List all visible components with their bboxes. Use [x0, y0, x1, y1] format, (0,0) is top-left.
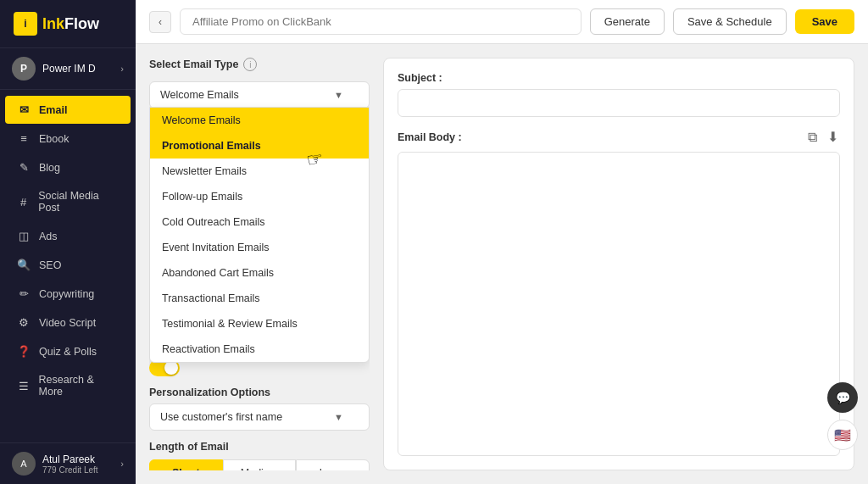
- save-schedule-button[interactable]: Save & Schedule: [673, 8, 787, 35]
- bottom-avatar: A: [12, 452, 36, 476]
- sidebar-item-ads[interactable]: ◫ Ads: [5, 222, 131, 250]
- email-type-dropdown-trigger[interactable]: Welcome Emails ▼: [149, 81, 370, 108]
- sidebar-item-ebook[interactable]: ≡ Ebook: [5, 125, 131, 153]
- sidebar-item-label: Copywriting: [39, 288, 94, 300]
- subject-label: Subject :: [398, 72, 840, 84]
- flag-button[interactable]: 🇺🇸: [827, 420, 858, 450]
- personalization-dropdown[interactable]: Use customer's first name ▼: [149, 403, 370, 431]
- quiz-icon: ❓: [17, 345, 31, 358]
- left-panel: Select Email Type i Welcome Emails ▼ Wel…: [149, 58, 370, 470]
- personalization-section: Personalization Options Use customer's f…: [149, 387, 370, 431]
- sidebar-item-label: Social Media Post: [38, 190, 119, 214]
- sidebar-item-copywriting[interactable]: ✏ Copywriting: [5, 280, 131, 308]
- email-type-value: Welcome Emails: [160, 89, 239, 101]
- bottom-chevron-icon: ›: [120, 459, 124, 469]
- right-panel: Subject : Email Body : ⧉ ⬇: [383, 58, 854, 470]
- email-type-label: Select Email Type: [149, 58, 238, 70]
- length-short-button[interactable]: Short: [149, 459, 223, 470]
- content-area: Select Email Type i Welcome Emails ▼ Wel…: [136, 44, 868, 484]
- subject-section: Subject :: [398, 72, 840, 117]
- blog-icon: ✎: [17, 161, 31, 174]
- download-button[interactable]: ⬇: [826, 127, 840, 147]
- dropdown-item-cold[interactable]: Cold Outreach Emails: [150, 209, 369, 235]
- email-type-dropdown: Welcome Emails Promotional Emails Newsle…: [149, 107, 370, 363]
- bottom-user-info: Atul Pareek 779 Credit Left: [42, 453, 114, 475]
- logo-area: i InkFlow: [0, 0, 136, 48]
- body-textarea[interactable]: [398, 152, 840, 456]
- chevron-right-icon: ›: [120, 64, 124, 74]
- ebook-icon: ≡: [17, 132, 31, 145]
- email-icon: ✉: [17, 103, 31, 116]
- sidebar-item-label: Ads: [39, 231, 58, 242]
- video-icon: ⚙: [17, 316, 31, 329]
- research-icon: ☰: [17, 380, 31, 392]
- length-section: Length of Email Short Medium Large: [149, 441, 370, 470]
- sidebar-item-label: Ebook: [39, 133, 69, 145]
- info-icon[interactable]: i: [243, 58, 257, 71]
- dropdown-item-abandoned[interactable]: Abandoned Cart Emails: [150, 260, 369, 286]
- avatar: P: [12, 57, 36, 81]
- main-area: ‹ Generate Save & Schedule Save Select E…: [136, 0, 868, 484]
- dropdown-item-newsletter[interactable]: Newsletter Emails: [150, 159, 369, 184]
- sidebar-nav: ✉ Email ≡ Ebook ✎ Blog # Social Media Po…: [0, 90, 136, 442]
- user-name: Power IM D: [42, 63, 114, 75]
- topbar: ‹ Generate Save & Schedule Save: [136, 0, 868, 44]
- collapse-button[interactable]: ‹: [149, 11, 171, 33]
- sidebar-item-blog[interactable]: ✎ Blog: [5, 153, 131, 181]
- bottom-user-name: Atul Pareek: [42, 453, 114, 465]
- dropdown-item-transactional[interactable]: Transactional Emails: [150, 286, 369, 311]
- copy-button[interactable]: ⧉: [806, 127, 819, 147]
- length-buttons: Short Medium Large: [149, 459, 370, 470]
- social-icon: #: [17, 196, 30, 209]
- personalization-label: Personalization Options: [149, 387, 370, 398]
- body-label: Email Body :: [398, 131, 462, 143]
- dropdown-arrow-icon: ▼: [334, 90, 343, 100]
- length-large-button[interactable]: Large: [296, 459, 370, 470]
- project-input[interactable]: [180, 8, 581, 35]
- sidebar-bottom-user[interactable]: A Atul Pareek 779 Credit Left ›: [0, 442, 136, 484]
- sidebar-item-quiz[interactable]: ❓ Quiz & Polls: [5, 337, 131, 365]
- personalization-select-wrapper: Use customer's first name ▼: [149, 403, 370, 431]
- sidebar-item-label: SEO: [39, 259, 61, 271]
- dropdown-item-followup[interactable]: Follow-up Emails: [150, 184, 369, 209]
- personalization-value: Use customer's first name: [160, 411, 282, 423]
- body-section: Email Body : ⧉ ⬇: [398, 127, 840, 456]
- sidebar-item-label: Research & More: [39, 374, 119, 398]
- body-header: Email Body : ⧉ ⬇: [398, 127, 840, 147]
- dropdown-item-welcome[interactable]: Welcome Emails: [150, 108, 369, 133]
- sidebar-item-research[interactable]: ☰ Research & More: [5, 366, 131, 405]
- dropdown-item-promotional[interactable]: Promotional Emails: [150, 133, 369, 159]
- sidebar-item-social[interactable]: # Social Media Post: [5, 182, 131, 221]
- sidebar-item-label: Video Script: [39, 317, 96, 329]
- personalization-arrow-icon: ▼: [334, 412, 343, 422]
- floating-buttons: 💬 🇺🇸: [827, 382, 858, 450]
- dropdown-item-reactivation[interactable]: Reactivation Emails: [150, 337, 369, 362]
- sidebar-item-label: Email: [39, 104, 67, 116]
- sidebar-user[interactable]: P Power IM D ›: [0, 48, 136, 90]
- sidebar: i InkFlow P Power IM D › ✉ Email ≡ Ebook…: [0, 0, 136, 484]
- save-button[interactable]: Save: [795, 9, 854, 34]
- dropdown-item-event[interactable]: Event Invitation Emails: [150, 235, 369, 260]
- logo-icon: i: [14, 12, 37, 36]
- dropdown-item-testimonial[interactable]: Testimonial & Review Emails: [150, 311, 369, 337]
- email-type-select-wrapper: Welcome Emails ▼ Welcome Emails Promotio…: [149, 81, 370, 108]
- sidebar-item-email[interactable]: ✉ Email: [5, 96, 131, 124]
- sidebar-item-video[interactable]: ⚙ Video Script: [5, 309, 131, 337]
- bottom-credits: 779 Credit Left: [42, 465, 114, 475]
- body-actions: ⧉ ⬇: [806, 127, 840, 147]
- sidebar-item-seo[interactable]: 🔍 SEO: [5, 251, 131, 279]
- generate-button[interactable]: Generate: [590, 8, 665, 35]
- subject-input[interactable]: [398, 89, 840, 117]
- sidebar-item-label: Blog: [39, 162, 60, 174]
- logo-text: InkFlow: [42, 15, 99, 33]
- email-type-header: Select Email Type i: [149, 58, 370, 71]
- chat-button[interactable]: 💬: [827, 382, 858, 413]
- seo-icon: 🔍: [17, 259, 31, 271]
- length-label: Length of Email: [149, 441, 370, 453]
- sidebar-item-label: Quiz & Polls: [39, 346, 97, 358]
- length-medium-button[interactable]: Medium: [223, 459, 297, 470]
- copywriting-icon: ✏: [17, 287, 31, 300]
- ads-icon: ◫: [17, 230, 31, 242]
